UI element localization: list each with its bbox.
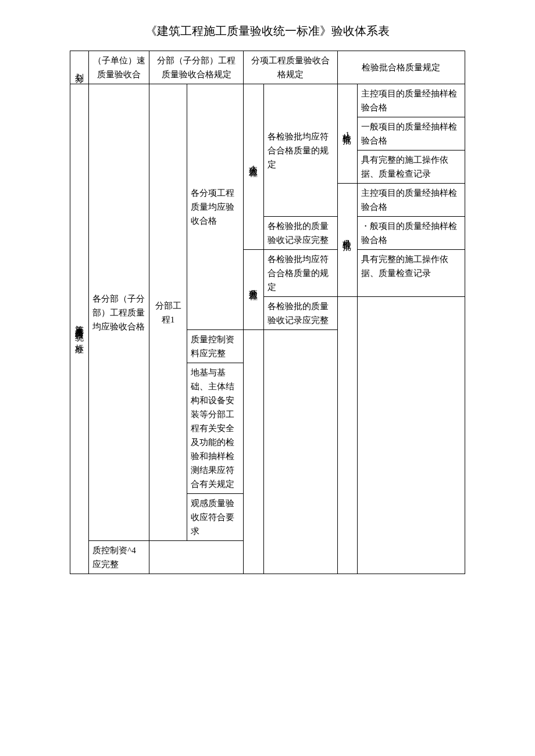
header-col5: 检验批合格质量规定 [337, 51, 465, 84]
col4-sub2-item2: 各检验批的质量验收记录应完整 [263, 297, 337, 330]
header-row: 划分 （子单位）速质量验收合 分部（子分部）工程质量验收合格规定 分项工程质量验… [70, 51, 465, 84]
empty-cell [243, 330, 263, 574]
col4-sub2: 分项工程n [243, 250, 263, 330]
empty-cell [358, 297, 465, 574]
col4-sub2-item1: 各检验批均应符合合格质量的规定 [263, 250, 337, 297]
col4-sub1-item2: 各检验批的质量验收记录应完整 [263, 217, 337, 250]
empty-cell [337, 297, 358, 574]
col2-r1: 各分部（子分部）工程质量均应验收合格 [89, 84, 149, 541]
empty-cell [149, 541, 244, 574]
col3-item2: 质量控制资料应完整 [187, 330, 243, 363]
col3-item4: 观感质量验收应符合要求 [187, 494, 243, 541]
row-label: 施工质量验收统■标准 [70, 84, 89, 574]
col5-sub1-item2: 一般项目的质量经抽样检验合格 [358, 117, 465, 151]
header-col4: 分项工程质量验收合格规定 [243, 51, 337, 84]
table-row: 施工质量验收统■标准 各分部（子分部）工程质量均应验收合格 分部工程1 各分项工… [70, 84, 465, 117]
col3-item1: 各分项工程质量均应验收合格 [187, 84, 243, 330]
header-col1: 划分 [70, 51, 89, 84]
empty-cell [263, 330, 337, 574]
header-col2: （子单位）速质量验收合 [89, 51, 149, 84]
col4-sub1: 分项工程1 [243, 84, 263, 250]
header-col3: 分部（子分部）工程质量验收合格规定 [149, 51, 244, 84]
col3-item3: 地基与基础、主体结构和设备安装等分部工程有关安全及功能的检验和抽样检测结果应符合… [187, 363, 243, 494]
col5-sub1: 检验批1 [337, 84, 358, 184]
col2-r2: 质控制资^4 应完整 [89, 541, 149, 574]
col5-sub1-item3: 具有完整的施工操作依据、质量检查记录 [358, 151, 465, 184]
col5-sub2-item3: 具有完整的施工操作依据、质量检查记录 [358, 250, 465, 297]
col5-sub2: 检验批n [337, 184, 358, 297]
acceptance-system-table: 划分 （子单位）速质量验收合 分部（子分部）工程质量验收合格规定 分项工程质量验… [70, 51, 465, 574]
document-title: 《建筑工程施工质量验收统一标准》验收体系表 [23, 23, 512, 39]
col5-sub2-item2: ・般项目的质量经抽样检验合格 [358, 217, 465, 250]
col3-lvl1: 分部工程1 [149, 84, 187, 541]
col5-sub1-item1: 主控项目的质量经抽样检验合格 [358, 84, 465, 117]
col4-sub1-item1: 各检验批均应符合合格质量的规定 [263, 84, 337, 217]
col5-sub2-item1: 主控项目的质量经抽样检验合格 [358, 184, 465, 217]
